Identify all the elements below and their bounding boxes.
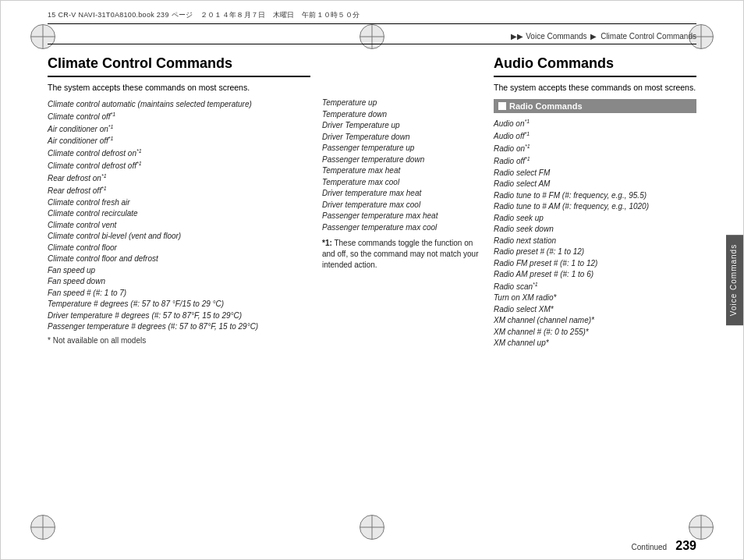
radio-cmd-item: Radio select AM: [494, 179, 696, 190]
climate-cmd-item-col2: Temperature max cool: [322, 177, 482, 189]
climate-section-title: Climate Control Commands: [48, 55, 310, 77]
radio-cmd-item: Radio select FM: [494, 168, 696, 179]
radio-cmd-item: XM channel up*: [494, 338, 696, 349]
climate-cmd-item: Driver temperature # degrees (#: 57 to 8…: [48, 310, 310, 322]
footnote-text: *1: These commands toggle the function o…: [322, 239, 478, 269]
radio-commands-header: Radio Commands: [494, 99, 696, 113]
page-footer: Continued 239: [48, 539, 696, 553]
radio-cmd-item: Radio seek up: [494, 213, 696, 225]
radio-cmd-item: Radio seek down: [494, 224, 696, 236]
nav-breadcrumb-row: ▶▶ Voice Commands ▶ Climate Control Comm…: [48, 30, 696, 44]
climate-cmd-item: Climate control floor and defrost: [48, 253, 310, 265]
climate-cmd-item: Climate control off*1: [48, 111, 310, 123]
climate-cmd-item-col2: Driver temperature max heat: [322, 188, 482, 200]
breadcrumb-part1: Voice Commands: [526, 32, 586, 41]
audio-section-intro: The system accepts these commands on mos…: [494, 82, 696, 94]
climate-cmd-item: Climate control fresh air: [48, 197, 310, 209]
climate-commands-list: Climate control automatic (maintains sel…: [48, 99, 310, 332]
climate-cmd-item: Climate control automatic (maintains sel…: [48, 99, 310, 111]
climate-cmd-item: Fan speed up: [48, 265, 310, 277]
climate-cmd-item-col2: Temperature up: [322, 97, 482, 109]
climate-cmd-item: Air conditioner on*1: [48, 123, 310, 136]
main-content: Climate Control Commands The system acce…: [48, 49, 696, 528]
footnote-block: *1: These commands toggle the function o…: [322, 238, 482, 271]
audio-section: Audio Commands The system accepts these …: [494, 49, 696, 528]
climate-cmd-item: Climate control recirculate: [48, 208, 310, 220]
page: 15 CR-V NAVI-31T0A8100.book 239 ページ ２０１４…: [0, 0, 744, 560]
radio-cmd-item: Radio FM preset # (#: 1 to 12): [494, 258, 696, 270]
climate-control-section: Climate Control Commands The system acce…: [48, 49, 322, 528]
radio-cmd-item: Radio preset # (#: 1 to 12): [494, 246, 696, 258]
climate-cmd-item-col2: Passenger temperature max cool: [322, 222, 482, 234]
radio-cmd-item: Audio off*1: [494, 130, 696, 143]
radio-cmd-item: Radio AM preset # (#: 1 to 6): [494, 269, 696, 281]
breadcrumb: ▶▶ Voice Commands ▶ Climate Control Comm…: [511, 32, 696, 41]
climate-cmd-item-col2: Passenger temperature up: [322, 143, 482, 154]
climate-cmd-item-col2: Driver Temperature up: [322, 120, 482, 132]
radio-cmd-item: Radio scan*1: [494, 281, 696, 293]
radio-cmd-item: Radio tune to # FM (#: frequency, e.g., …: [494, 190, 696, 202]
climate-cmd-item: Passenger temperature # degrees (#: 57 t…: [48, 321, 310, 333]
radio-cmd-item: Audio on*1: [494, 118, 696, 130]
climate-cmd-item: Climate control floor: [48, 243, 310, 254]
climate-cmd-item: Rear defrost on*1: [48, 172, 310, 185]
climate-cmd-item: Climate control defrost off*1: [48, 160, 310, 172]
climate-cmd-item: Fan speed down: [48, 276, 310, 288]
breadcrumb-part2: Climate Control Commands: [601, 32, 696, 41]
page-number: 239: [675, 539, 696, 552]
climate-cmd-item: Climate control vent: [48, 220, 310, 232]
radio-commands-label: Radio Commands: [509, 101, 583, 111]
climate-cmd-item: Fan speed # (#: 1 to 7): [48, 288, 310, 299]
radio-commands-list: Audio on*1Audio off*1Radio on*1Radio off…: [494, 118, 696, 349]
radio-cmd-item: XM channel (channel name)*: [494, 315, 696, 327]
climate-commands-col2: Temperature upTemperature downDriver Tem…: [322, 49, 494, 528]
climate-cmd-item: Temperature # degrees (#: 57 to 87 °F/15…: [48, 299, 310, 310]
climate-cmd-item: Rear defrost off*1: [48, 185, 310, 197]
climate-cmd-item-col2: Passenger temperature max heat: [322, 211, 482, 222]
top-metadata-bar: 15 CR-V NAVI-31T0A8100.book 239 ページ ２０１４…: [48, 9, 696, 24]
radio-cmd-item: XM channel # (#: 0 to 255)*: [494, 327, 696, 338]
breadcrumb-arrow2: ▶: [590, 32, 597, 41]
radio-cmd-item: Turn on XM radio*: [494, 292, 696, 304]
climate-cmd-item-col2: Driver temperature max cool: [322, 200, 482, 211]
continued-label: Continued 239: [632, 539, 696, 553]
climate-cmd-item: Climate control bi-level (vent and floor…: [48, 231, 310, 243]
metadata-text: 15 CR-V NAVI-31T0A8100.book 239 ページ ２０１４…: [48, 10, 360, 20]
radio-cmd-item: Radio tune to # AM (#: frequency, e.g., …: [494, 201, 696, 213]
breadcrumb-arrow1: ▶▶: [511, 32, 523, 41]
climate-cmd-item: Air conditioner off*1: [48, 135, 310, 147]
climate-cmd-item: Climate control defrost on*1: [48, 147, 310, 160]
radio-cmd-item: Radio select XM*: [494, 304, 696, 316]
audio-section-title: Audio Commands: [494, 55, 696, 77]
not-available-note: * Not available on all models: [48, 336, 310, 345]
square-icon: [498, 102, 506, 110]
climate-cmd-item-col2: Temperature max heat: [322, 165, 482, 177]
vertical-tab: Voice Commands: [726, 235, 743, 325]
radio-cmd-item: Radio next station: [494, 236, 696, 247]
climate-commands-col2-list: Temperature upTemperature downDriver Tem…: [322, 97, 482, 233]
climate-cmd-item-col2: Driver Temperature down: [322, 132, 482, 144]
climate-cmd-item-col2: Passenger temperature down: [322, 154, 482, 166]
radio-cmd-item: Radio on*1: [494, 143, 696, 155]
climate-cmd-item-col2: Temperature down: [322, 109, 482, 121]
climate-section-intro: The system accepts these commands on mos…: [48, 82, 310, 94]
radio-cmd-item: Radio off*1: [494, 155, 696, 168]
